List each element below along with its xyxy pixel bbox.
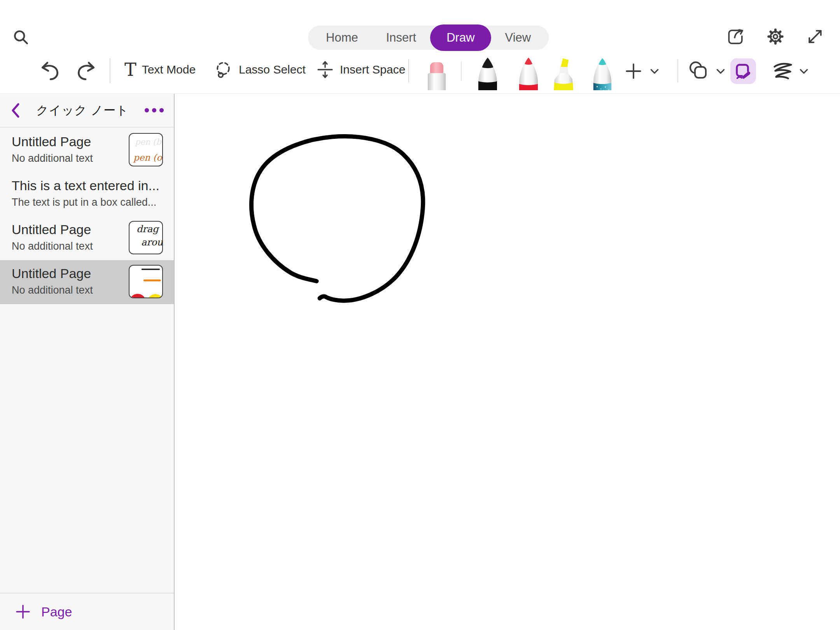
page-title: Untitled Page <box>12 220 123 239</box>
thumbnail-ink-drawing <box>130 266 162 298</box>
ribbon-tab-bar: Home Insert Draw View <box>308 26 549 50</box>
scribble-tool-button[interactable] <box>771 61 795 81</box>
more-options-icon[interactable] <box>145 108 164 112</box>
add-page-button[interactable]: Page <box>41 604 72 620</box>
settings-gear-icon[interactable] <box>765 26 786 47</box>
draw-toolbar: T Text Mode Lasso Select Insert Space <box>0 51 840 93</box>
add-page-plus-icon[interactable] <box>16 604 30 619</box>
undo-button[interactable] <box>39 59 61 82</box>
tab-insert[interactable]: Insert <box>372 26 430 50</box>
page-title: This is a text entered in... <box>12 176 166 195</box>
toolbar-divider <box>408 59 409 82</box>
search-icon[interactable] <box>11 27 31 47</box>
add-page-bar: Page <box>0 593 174 630</box>
lasso-select-label: Lasso Select <box>239 63 306 76</box>
red-pen-tool[interactable] <box>517 57 540 90</box>
shapes-tool-button[interactable] <box>688 59 711 82</box>
tab-home[interactable]: Home <box>312 26 372 50</box>
eraser-tool[interactable] <box>426 61 448 90</box>
page-title: Untitled Page <box>12 132 123 151</box>
note-with-pen-icon <box>734 62 752 80</box>
page-list-sidebar: クイック ノート Untitled Page No additional tex… <box>0 94 175 630</box>
lasso-icon <box>213 60 233 80</box>
page-list: Untitled Page No additional text pen (bl… <box>0 128 174 304</box>
tab-view[interactable]: View <box>491 26 545 50</box>
black-pen-tool[interactable] <box>477 57 499 90</box>
text-mode-label: Text Mode <box>142 63 196 76</box>
page-thumbnail <box>129 265 163 298</box>
share-icon[interactable] <box>726 26 746 47</box>
teal-galaxy-pen-tool[interactable] <box>592 57 613 90</box>
page-thumbnail: drag arou <box>129 221 163 254</box>
notebook-title: クイック ノート <box>20 102 145 119</box>
toolbar-divider <box>461 61 462 81</box>
drawing-canvas[interactable] <box>175 94 840 630</box>
tab-draw[interactable]: Draw <box>430 24 491 51</box>
insert-space-icon <box>316 60 334 79</box>
expand-fullscreen-icon[interactable] <box>805 26 825 47</box>
text-mode-icon: T <box>124 59 136 80</box>
ink-note-tool-button-selected[interactable] <box>730 58 756 84</box>
page-subtitle: No additional text <box>12 239 123 254</box>
text-mode-button[interactable]: T Text Mode <box>124 56 196 83</box>
page-list-item-4-selected[interactable]: Untitled Page No additional text <box>0 260 174 304</box>
page-subtitle: No additional text <box>12 283 123 298</box>
back-chevron-icon[interactable] <box>10 103 20 118</box>
sidebar-header: クイック ノート <box>0 94 174 128</box>
page-subtitle: No additional text <box>12 151 123 166</box>
toolbar-divider <box>677 59 678 82</box>
ink-stroke-circle <box>175 94 840 630</box>
redo-button[interactable] <box>75 59 97 82</box>
lasso-select-button[interactable]: Lasso Select <box>213 56 306 83</box>
scribble-chevron-down-icon[interactable] <box>800 68 808 74</box>
toolbar-divider <box>110 58 110 83</box>
yellow-highlighter-tool[interactable] <box>551 57 576 90</box>
add-pen-chevron-down-icon[interactable] <box>650 68 659 74</box>
page-list-item-3[interactable]: Untitled Page No additional text drag ar… <box>0 216 174 260</box>
page-subtitle: The text is put in a box called... <box>12 195 166 210</box>
page-list-item-2[interactable]: This is a text entered in... The text is… <box>0 172 174 216</box>
add-pen-button[interactable] <box>625 62 642 80</box>
page-thumbnail: pen (bl pen (ora <box>129 133 163 166</box>
page-list-item-1[interactable]: Untitled Page No additional text pen (bl… <box>0 128 174 172</box>
insert-space-button[interactable]: Insert Space <box>316 56 405 83</box>
page-title: Untitled Page <box>12 264 123 283</box>
insert-space-label: Insert Space <box>340 63 405 76</box>
shapes-chevron-down-icon[interactable] <box>716 68 725 74</box>
